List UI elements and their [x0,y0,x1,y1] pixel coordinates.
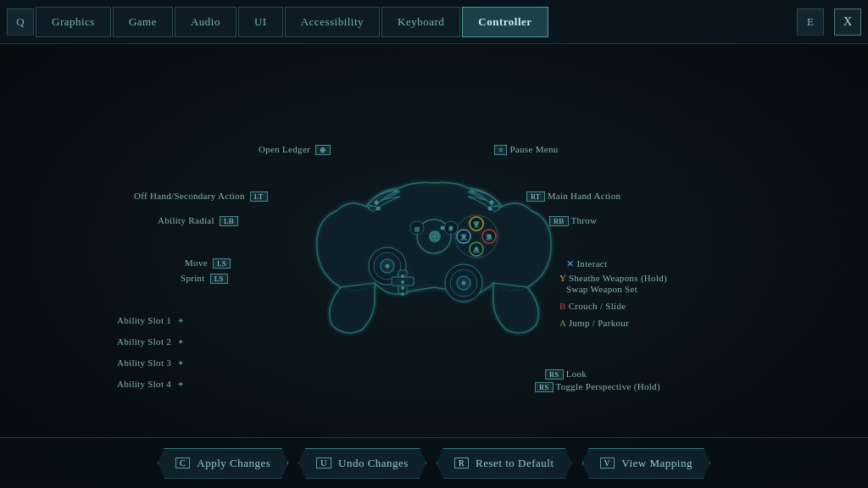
controller-image: Y X B A ⊕ ⊟ [298,139,570,342]
main-content: Y X B A ⊕ ⊟ [0,44,868,437]
btn-b-icon: B [559,301,566,311]
tab-controller[interactable]: Controller [462,7,548,37]
close-button[interactable]: X [834,8,861,36]
view-mapping-button[interactable]: V View Mapping [582,448,710,479]
nav-right-key[interactable]: E [797,8,824,36]
top-nav: Q Graphics Game Audio UI Accessibility K… [0,0,868,44]
badge-off-hand: LT [250,191,268,202]
badge-throw: RB [549,216,569,226]
svg-point-30 [462,281,466,286]
badge-move: LS [213,258,231,269]
label-ability-slot-3: Ability Slot 3 ✦ [117,358,184,368]
svg-point-28 [488,207,492,211]
label-swap: Swap Weapon Set [566,284,637,294]
btn-x-icon: ✕ [566,258,574,269]
label-crouch: B Crouch / Slide [559,301,626,311]
bottom-bar: C Apply Changes U Undo Changes R Reset t… [0,437,868,488]
svg-point-25 [375,201,379,205]
badge-main-hand: RT [526,191,545,202]
tab-ui[interactable]: UI [238,7,283,37]
page-wrapper: Q Graphics Game Audio UI Accessibility K… [0,0,868,488]
svg-point-32 [401,280,404,284]
label-sprint: Sprint LS [181,273,228,284]
label-throw: RB Throw [547,215,597,226]
svg-point-33 [401,286,404,290]
svg-point-27 [376,207,381,211]
tab-accessibility[interactable]: Accessibility [285,7,380,37]
reset-to-default-button[interactable]: R Reset to Default [437,448,572,479]
svg-point-29 [386,264,390,269]
reset-key-badge: R [454,458,469,469]
badge-ability-radial: LB [220,216,238,226]
svg-point-31 [401,274,404,278]
tab-keyboard[interactable]: Keyboard [381,7,460,37]
svg-point-24 [449,226,453,230]
label-ability-slot-4: Ability Slot 4 ✦ [117,379,184,389]
label-jump: A Jump / Parkour [559,318,629,328]
label-pause-menu: ≡ Pause Menu [492,144,559,155]
label-move: Move LS [185,258,231,269]
svg-point-35 [462,235,466,239]
svg-point-34 [401,292,404,296]
undo-changes-button[interactable]: U Undo Changes [298,448,426,479]
undo-key-badge: U [316,458,331,469]
badge-pause-menu: ≡ [494,145,507,155]
badge-open-ledger: ⊕ [315,145,331,155]
svg-point-26 [490,201,494,205]
label-look: RS Look [542,369,587,380]
label-main-hand: RT Main Hand Action [524,191,620,202]
svg-text:⊟: ⊟ [415,226,420,233]
svg-point-38 [475,247,479,252]
badge-toggle-perspective: RS [535,382,554,392]
tab-game[interactable]: Game [113,7,173,37]
svg-point-37 [487,235,492,239]
label-ability-radial: Ability Radial LB [158,215,238,226]
badge-sprint: LS [210,274,228,284]
badge-look: RS [545,369,564,380]
tab-audio[interactable]: Audio [175,7,236,37]
tab-graphics[interactable]: Graphics [36,7,111,37]
label-ability-slot-2: Ability Slot 2 ✦ [117,336,184,347]
label-interact: ✕ Interact [566,258,607,269]
label-ability-slot-1: Ability Slot 1 ✦ [117,315,184,325]
apply-changes-button[interactable]: C Apply Changes [158,448,288,479]
svg-point-36 [475,222,479,226]
apply-key-badge: C [175,458,190,469]
btn-y-icon: Y [559,273,566,283]
btn-a-icon: A [559,318,566,328]
label-toggle-perspective: RS Toggle Perspective (Hold) [532,381,660,392]
view-key-badge: V [600,458,615,469]
nav-left-key[interactable]: Q [7,8,34,36]
label-off-hand: Off Hand/Secondary Action LT [134,191,268,202]
controller-area: Y X B A ⊕ ⊟ [0,44,868,437]
svg-text:⊕: ⊕ [428,228,441,245]
label-sheathe: Y Sheathe Weapons (Hold) [559,273,667,283]
svg-point-23 [441,226,445,230]
label-open-ledger: Open Ledger ⊕ [259,144,331,155]
